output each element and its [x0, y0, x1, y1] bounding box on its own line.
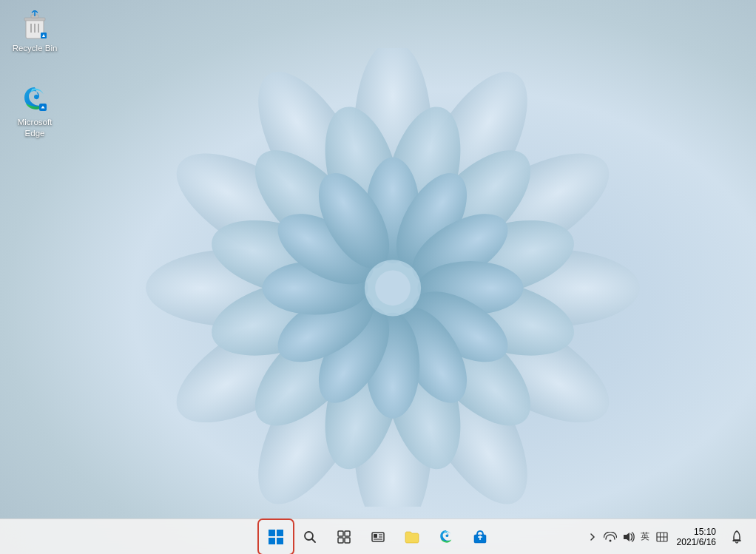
- recycle-bin-image: [20, 10, 50, 40]
- svg-rect-52: [345, 538, 350, 543]
- taskbar-right: 英 15:10 2021/6/16: [585, 521, 750, 553]
- svg-rect-43: [269, 530, 275, 536]
- desktop: Recycle Bin: [0, 0, 756, 554]
- clock[interactable]: 15:10 2021/6/16: [672, 525, 720, 549]
- svg-point-62: [609, 539, 611, 541]
- clock-date: 2021/6/16: [677, 537, 716, 547]
- svg-rect-49: [338, 531, 343, 536]
- network-icon[interactable]: [603, 530, 618, 544]
- edge-taskbar-button[interactable]: [430, 521, 462, 553]
- svg-point-37: [376, 270, 411, 305]
- task-view-button[interactable]: [328, 521, 360, 553]
- svg-rect-45: [269, 538, 275, 544]
- notification-button[interactable]: [723, 521, 750, 553]
- svg-rect-50: [345, 531, 350, 536]
- svg-rect-44: [277, 530, 283, 536]
- microsoft-edge-icon[interactable]: Microsoft Edge: [7, 81, 62, 142]
- svg-rect-51: [338, 538, 343, 543]
- store-button[interactable]: [464, 521, 496, 553]
- svg-rect-54: [374, 534, 377, 538]
- edge-image: [20, 84, 50, 114]
- taskbar-center: [260, 521, 496, 553]
- start-button[interactable]: [260, 521, 292, 553]
- wallpaper-flower: [134, 48, 652, 507]
- clock-time: 15:10: [677, 527, 716, 537]
- taskbar: 英 15:10 2021/6/16: [0, 518, 756, 554]
- language-icon[interactable]: 英: [638, 530, 652, 544]
- edge-label: Microsoft Edge: [10, 117, 59, 139]
- recycle-bin-icon[interactable]: Recycle Bin: [7, 7, 62, 57]
- wallpaper: [0, 0, 756, 554]
- svg-rect-39: [24, 18, 45, 21]
- show-hidden-icons-button[interactable]: [585, 530, 600, 544]
- widgets-button[interactable]: [362, 521, 394, 553]
- language-label: 英: [641, 530, 649, 543]
- ime-icon[interactable]: [655, 530, 669, 544]
- volume-icon[interactable]: [621, 530, 635, 544]
- svg-rect-46: [277, 538, 283, 544]
- recycle-bin-label: Recycle Bin: [13, 43, 58, 54]
- search-button[interactable]: [294, 521, 326, 553]
- svg-rect-67: [733, 540, 741, 541]
- file-explorer-button[interactable]: [396, 521, 428, 553]
- svg-line-48: [312, 538, 316, 542]
